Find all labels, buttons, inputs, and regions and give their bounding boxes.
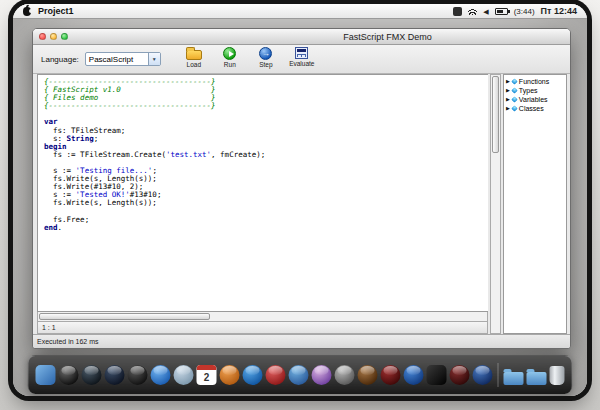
cursor-position-bar: 1 : 1 [37, 322, 488, 334]
status-text: Executed in 162 ms [37, 338, 98, 345]
dock-icon-terminal[interactable] [427, 365, 447, 385]
dock-icon-ichat[interactable] [243, 365, 263, 385]
toolbar: Language: PascalScript ▼ Load Run → Step… [33, 45, 570, 74]
step-button-label: Step [259, 61, 272, 68]
code-line [44, 110, 488, 118]
dock-icon-finder[interactable] [36, 365, 56, 385]
dock-icon-quicktime[interactable] [381, 365, 401, 385]
editor-column: {------------------------------------}{ … [33, 74, 488, 334]
dock-icon-app-store[interactable] [151, 365, 171, 385]
tree-item-label: Types [519, 87, 538, 94]
chevron-down-icon[interactable]: ▼ [148, 53, 160, 65]
language-select[interactable]: PascalScript ▼ [85, 52, 161, 66]
evaluate-button[interactable]: Evaluate [287, 46, 317, 72]
play-icon [223, 47, 236, 60]
tree-item-classes[interactable]: ▶Classes [504, 104, 566, 113]
apple-menu-icon[interactable] [23, 7, 31, 16]
expand-arrow-icon[interactable]: ▶ [506, 95, 510, 104]
monitor-screen: Project1 ◀ (3:44) Пт 12:44 FastScript FM… [13, 4, 587, 396]
node-icon [511, 96, 517, 102]
dock: 2 [28, 355, 573, 394]
code-line: s: String; [44, 135, 488, 143]
expand-arrow-icon[interactable]: ▶ [506, 77, 510, 86]
vertical-scrollbar[interactable] [490, 74, 501, 334]
dock-icon-dvd-player[interactable] [128, 365, 148, 385]
volume-icon[interactable]: ◀ [483, 8, 488, 15]
input-source-icon[interactable] [453, 7, 462, 16]
wifi-icon[interactable] [468, 8, 477, 15]
code-line [44, 208, 488, 216]
code-line: end. [44, 224, 488, 232]
close-button[interactable] [39, 33, 46, 40]
dock-icon-time-machine[interactable] [82, 365, 102, 385]
code-line: fs.Free; [44, 216, 488, 224]
run-button[interactable]: Run [215, 46, 245, 72]
menu-bar: Project1 ◀ (3:44) Пт 12:44 [13, 4, 587, 19]
window-title: FastScript FMX Demo [343, 32, 432, 42]
tree-item-label: Functions [519, 78, 549, 85]
tree-item-label: Variables [519, 96, 548, 103]
code-line: {------------------------------------} [44, 102, 488, 110]
dock-icon-dashboard[interactable] [59, 365, 79, 385]
menu-clock[interactable]: Пт 12:44 [541, 6, 577, 16]
calendar-date: 2 [204, 371, 210, 385]
dock-icon-system-preferences[interactable] [105, 365, 125, 385]
dock-icon-itunes[interactable] [266, 365, 286, 385]
load-button-label: Load [187, 61, 201, 68]
dock-icon-app-red[interactable] [450, 365, 470, 385]
dock-icon-preview[interactable] [335, 365, 355, 385]
step-arrow-icon: → [259, 47, 272, 60]
code-line: fs: TFileStream; [44, 127, 488, 135]
code-line: fs.Write(s, Length(s)); [44, 199, 488, 207]
expand-arrow-icon[interactable]: ▶ [506, 104, 510, 113]
dock-icon-calendar[interactable]: 2 [197, 365, 217, 385]
dock-icon-safari[interactable] [404, 365, 424, 385]
horizontal-scrollbar[interactable] [37, 312, 488, 322]
app-window: FastScript FMX Demo Language: PascalScri… [32, 28, 571, 349]
dock-separator [498, 363, 499, 387]
main-area: {------------------------------------}{ … [33, 74, 570, 334]
tree-item-variables[interactable]: ▶Variables [504, 95, 566, 104]
evaluate-button-label: Evaluate [289, 60, 314, 67]
step-button[interactable]: → Step [251, 46, 281, 72]
battery-time: (3:44) [514, 7, 535, 16]
node-icon [511, 87, 517, 93]
dock-icon-app-blue[interactable] [473, 365, 493, 385]
language-select-value: PascalScript [89, 55, 133, 64]
tree-item-functions[interactable]: ▶Functions [504, 77, 566, 86]
expand-arrow-icon[interactable]: ▶ [506, 86, 510, 95]
tree-item-label: Classes [519, 105, 544, 112]
minimize-button[interactable] [50, 33, 57, 40]
dock-icon-folder-documents[interactable] [504, 372, 524, 385]
window-controls [33, 33, 68, 40]
title-bar[interactable]: FastScript FMX Demo [33, 29, 570, 45]
dock-icon-iphoto[interactable] [289, 365, 309, 385]
dock-icon-trash[interactable] [550, 366, 565, 385]
zoom-button[interactable] [61, 33, 68, 40]
dock-icon-mail[interactable] [174, 365, 194, 385]
dock-icon-folder-downloads[interactable] [527, 372, 547, 385]
dock-icon-photo-booth[interactable] [312, 365, 332, 385]
folder-icon [186, 50, 202, 60]
status-bar: Executed in 162 ms [33, 334, 570, 348]
load-button[interactable]: Load [179, 46, 209, 72]
tree-item-types[interactable]: ▶Types [504, 86, 566, 95]
calculator-icon [295, 47, 308, 59]
dock-icon-address-book[interactable] [220, 365, 240, 385]
battery-icon[interactable] [495, 8, 508, 15]
run-button-label: Run [224, 61, 236, 68]
dock-icon-garageband[interactable] [358, 365, 378, 385]
code-line: fs := TFileStream.Create('test.txt', fmC… [44, 151, 488, 159]
node-icon [511, 78, 517, 84]
node-icon [511, 105, 517, 111]
horizontal-scrollbar-thumb[interactable] [39, 313, 210, 320]
cursor-position: 1 : 1 [42, 324, 56, 331]
vertical-scrollbar-thumb[interactable] [492, 76, 499, 153]
symbol-tree: ▶Functions▶Types▶Variables▶Classes [503, 74, 567, 334]
language-label: Language: [41, 55, 79, 64]
menu-status-area: ◀ (3:44) Пт 12:44 [453, 6, 577, 16]
app-menu-title[interactable]: Project1 [38, 6, 74, 16]
code-editor[interactable]: {------------------------------------}{ … [37, 74, 488, 312]
